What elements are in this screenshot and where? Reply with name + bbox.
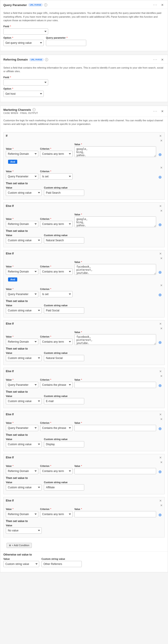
elseif-block-2-row-close[interactable]: ✕ (160, 257, 163, 260)
elseif-block-1-criterion-select[interactable]: Contains any term (40, 221, 72, 227)
elseif-block-5-then: Then set value to Value Custom string va… (4, 432, 164, 451)
elseif-block-2-value-select[interactable]: Referring Domain (6, 268, 38, 275)
elseif-block-6-close[interactable]: ✕ (159, 456, 162, 459)
elseif-block-7-criterion-select[interactable]: Contains any term (40, 511, 72, 517)
elseif-block-2-criterion-select[interactable]: Contains any term (40, 268, 72, 275)
elseif-block-2-then-label: Then set value to (6, 300, 162, 303)
marketing-channels-info-icon[interactable]: i (33, 108, 36, 111)
referring-domain-dots-button[interactable]: ··· (152, 57, 158, 62)
elseif-block-4-then-value-select[interactable]: Custom string value (6, 398, 42, 404)
elseif-block-3-close[interactable]: ✕ (159, 322, 162, 326)
elseif-block-3-then-custom-input[interactable] (44, 355, 84, 361)
elseif-block-4-value-select[interactable]: Query Parameter (6, 382, 38, 388)
if-block-0-plus-button[interactable]: ⊕ (158, 152, 162, 156)
elseif-block-1: Else If ✕ ✕ Value * Referring Domain Cri… (3, 202, 165, 247)
elseif-block-5-plus-button[interactable]: ⊕ (158, 427, 162, 431)
if-block-0-and-criterion-select[interactable]: Is set (40, 173, 72, 180)
elseif-block-7-then-value-select[interactable]: No value (6, 528, 42, 534)
query-parameter-field-select[interactable] (3, 28, 48, 34)
if-block-0-close[interactable]: ✕ (159, 134, 162, 138)
if-block-0-and-row-close[interactable]: ✕ (160, 166, 163, 169)
referring-domain-info-icon[interactable]: i (45, 58, 48, 61)
elseif-block-7-value-select[interactable]: Referring Domain (6, 511, 38, 517)
elseif-block-2-then-value-select[interactable]: Custom string value (6, 307, 42, 314)
elseif-block-5-then-value-select[interactable]: Custom string value (6, 441, 42, 448)
elseif-block-2-and-plus-button[interactable]: ⊕ (158, 293, 162, 297)
elseif-block-2-then-custom-input[interactable] (44, 307, 84, 314)
elseif-block-6-then-value-select[interactable]: Custom string value (6, 484, 42, 490)
elseif-block-3-plus-button[interactable]: ⊕ (158, 340, 162, 344)
if-block-0-row-close[interactable]: ✕ (160, 139, 163, 142)
elseif-block-5-value-select[interactable]: Query Parameter (6, 425, 38, 431)
elseif-block-2-plus-button[interactable]: ⊕ (158, 270, 162, 274)
query-parameter-options-row: Option * Get query string value Query pa… (3, 36, 165, 46)
elseif-block-1-value-select[interactable]: Referring Domain (6, 221, 38, 227)
elseif-block-6-value-select[interactable]: Referring Domain (6, 468, 38, 474)
elseif-block-2-value-textarea[interactable]: facebook, pinterest, youtube. (74, 264, 156, 275)
elseif-block-3-value-textarea[interactable]: facebook, pinterest, youtube. (74, 334, 156, 345)
elseif-block-2-then: Then set value to Value Custom string va… (4, 298, 164, 317)
if-block-0-then-custom-input[interactable] (44, 190, 84, 196)
elseif-block-1-value-textarea[interactable]: google, bing, yahoo. (74, 216, 156, 227)
referring-domain-close-button[interactable]: ✕ (160, 58, 165, 62)
if-block-0-criterion-select[interactable]: Contains any term (40, 151, 72, 157)
elseif-block-2-and-row-close[interactable]: ✕ (160, 284, 163, 287)
if-block-0-and-plus-button[interactable]: ⊕ (158, 175, 162, 179)
elseif-block-1-close[interactable]: ✕ (159, 204, 162, 208)
referring-domain-option-select[interactable]: Get host (3, 91, 44, 97)
elseif-block-7-row-x: ✕ (4, 503, 164, 507)
elseif-block-5-close[interactable]: ✕ (159, 413, 162, 416)
elseif-block-6-row-close[interactable]: ✕ (160, 460, 163, 464)
marketing-channels-title: Marketing Channels i (3, 108, 38, 112)
query-parameter-info-icon[interactable]: i (44, 3, 47, 6)
elseif-block-7-close[interactable]: ✕ (159, 499, 162, 502)
if-block-0-value-select[interactable]: Referring Domain (6, 151, 38, 157)
elseif-block-4-value-input[interactable] (74, 382, 156, 388)
elseif-block-3-then-value-select[interactable]: Custom string value (6, 355, 42, 361)
elseif-block-1-plus-button[interactable]: ⊕ (158, 223, 162, 227)
elseif-block-5-row-close[interactable]: ✕ (160, 418, 163, 421)
elseif-block-4-then-custom-input[interactable] (44, 398, 84, 404)
elseif-block-6-criterion-group: Criterion * Contains any term (40, 465, 72, 474)
if-block-0-then-value-select[interactable]: Custom string value (6, 190, 42, 196)
otherwise-value-select[interactable]: Custom string value (3, 561, 39, 567)
elseif-block-5-value-input[interactable] (74, 425, 156, 431)
elseif-block-3-row-close[interactable]: ✕ (160, 327, 163, 330)
query-parameter-option-select[interactable]: Get query string value (3, 40, 44, 46)
elseif-block-4-plus-button[interactable]: ⊕ (158, 384, 162, 388)
marketing-channels-close-button[interactable]: ✕ (160, 109, 165, 114)
elseif-block-3-value-select[interactable]: Referring Domain (6, 339, 38, 345)
elseif-block-4-row-close[interactable]: ✕ (160, 374, 163, 378)
if-block-0-value-textarea[interactable]: google, bing, yahoo. (74, 146, 156, 157)
marketing-channels-dots-button[interactable]: ··· (152, 109, 158, 114)
elseif-block-1-row-close[interactable]: ✕ (160, 209, 163, 212)
referring-domain-field-select[interactable] (3, 79, 48, 86)
elseif-block-7-row-close[interactable]: ✕ (160, 504, 163, 507)
elseif-block-2-and-criterion-select[interactable]: Is set (40, 291, 72, 297)
elseif-block-3-criterion-select[interactable]: Contains any term (40, 339, 72, 345)
elseif-block-4-then-value-group: Value Custom string value (6, 395, 42, 404)
elseif-block-2-and-button[interactable]: And (8, 278, 17, 282)
if-block-0-and-button[interactable]: And (8, 160, 17, 164)
elseif-block-4-criterion-select[interactable]: Contains the phrase (40, 382, 72, 388)
query-parameter-param-input[interactable] (46, 40, 86, 46)
add-condition-button[interactable]: ⊕ + Add Condition (7, 543, 32, 548)
elseif-block-2-and-value-select[interactable]: Query Parameter (6, 291, 38, 297)
elseif-block-6-criterion-select[interactable]: Contains any term (40, 468, 72, 474)
elseif-block-6-value-input[interactable] (74, 468, 156, 474)
elseif-block-6-plus-button[interactable]: ⊕ (158, 470, 162, 474)
elseif-block-2-close[interactable]: ✕ (159, 252, 162, 255)
elseif-block-5-criterion-label: Criterion * (40, 422, 72, 424)
elseif-block-7-value-input[interactable] (74, 511, 156, 517)
otherwise-custom-input[interactable] (41, 561, 82, 567)
elseif-block-5-criterion-select[interactable]: Contains the phrase (40, 425, 72, 431)
elseif-block-4-close[interactable]: ✕ (159, 370, 162, 373)
elseif-block-1-then-value-select[interactable]: Custom string value (6, 237, 42, 244)
elseif-block-5-then-custom-input[interactable] (44, 441, 84, 448)
elseif-block-7-plus-button[interactable]: ⊕ (158, 513, 162, 517)
query-parameter-close-button[interactable]: ✕ (160, 3, 165, 7)
elseif-block-6-then-custom-input[interactable] (44, 484, 84, 490)
if-block-0-and-value-select[interactable]: Query Parameter (6, 173, 38, 180)
elseif-block-1-then-custom-input[interactable] (44, 237, 84, 244)
query-parameter-dots-button[interactable]: ··· (152, 2, 158, 7)
